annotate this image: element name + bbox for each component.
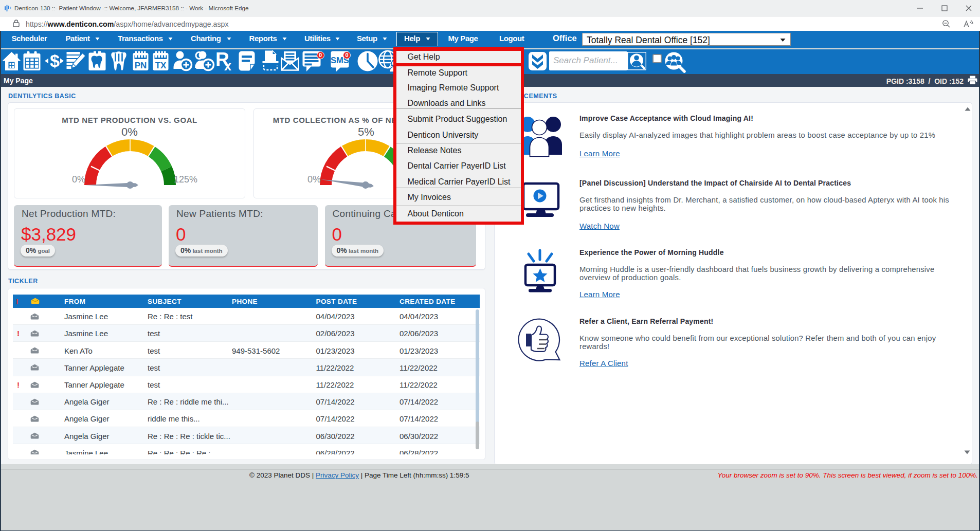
svg-text:PN: PN	[135, 61, 147, 70]
svg-text:$: $	[50, 51, 60, 70]
svg-text:TX: TX	[155, 61, 167, 70]
svg-text:x: x	[224, 59, 231, 73]
